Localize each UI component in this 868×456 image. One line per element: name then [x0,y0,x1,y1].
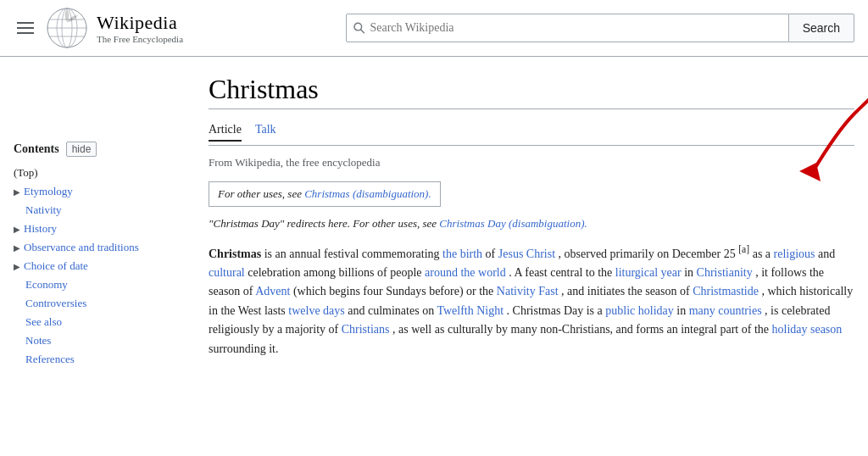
link-christmastide[interactable]: Christmastide [693,285,759,298]
wikipedia-title: Wikipedia [97,12,183,34]
body-text-14: . Christmas Day is a [507,304,606,317]
link-jesus-christ[interactable]: Jesus Christ [498,247,555,260]
toc-link-etymology[interactable]: Etymology [24,185,73,198]
toc-item-etymology: ▶ Etymology [14,182,183,201]
body-text-5: and [818,247,835,260]
body-text-1: is an annual festival commemorating [264,247,442,260]
disambig-link[interactable]: Christmas (disambiguation). [304,187,431,200]
link-religious[interactable]: religious [774,247,815,260]
link-the-birth[interactable]: the birth [442,247,482,260]
link-liturgical-year[interactable]: liturgical year [615,266,682,279]
toc-arrow-observance: ▶ [14,243,20,253]
toc-item-controversies: Controversies [14,294,183,313]
toc-link-controversies[interactable]: Controversies [25,297,86,310]
toc-link-nativity[interactable]: Nativity [25,203,62,217]
toc-link-history[interactable]: History [24,222,57,236]
toc-item-nativity: Nativity [14,201,183,220]
toc-item-choice-of-date: ▶ Choice of date [14,257,183,275]
main-container: Contents hide (Top) ▶ Etymology Nativity… [0,57,868,386]
link-christians[interactable]: Christians [342,323,390,336]
body-text-4: as a [753,247,774,260]
site-header: Wikipedia The Free Encyclopedia Search [0,0,868,57]
toc-link-economy[interactable]: Economy [25,278,68,292]
contents-label: Contents [14,142,59,156]
svg-line-8 [361,30,364,33]
disambig-text-before: For other uses, see [218,187,304,200]
wikipedia-wordmark: Wikipedia The Free Encyclopedia [97,12,183,44]
link-public-holiday[interactable]: public holiday [605,304,674,317]
toc-top-label: (Top) [14,166,38,179]
body-text-8: in [684,266,696,279]
toc-header: Contents hide [14,142,183,157]
search-input[interactable] [370,14,781,42]
disambig-box: For other uses, see Christmas (disambigu… [209,181,441,207]
toc-item-notes: Notes [14,331,183,350]
link-many-countries[interactable]: many countries [689,304,762,317]
header-left: Wikipedia The Free Encyclopedia [14,7,183,49]
article-body: Christmas is an annual festival commemor… [209,242,854,359]
body-text-2: of [486,247,498,260]
article-content: Christmas Article Talk From Wikipedia, t… [209,74,854,369]
body-text-11: , and initiates the season of [561,285,693,298]
link-around-the-world[interactable]: around the world [425,266,506,279]
toc-item-economy: Economy [14,275,183,294]
hamburger-line-3 [17,32,34,34]
link-twelfth-night[interactable]: Twelfth Night [437,304,504,317]
toc-arrow-etymology: ▶ [14,187,20,197]
christmas-bold: Christmas [209,247,261,260]
link-advent[interactable]: Advent [255,285,290,298]
wikipedia-globe-logo [46,7,88,49]
search-icon [353,22,364,34]
link-holiday-season[interactable]: holiday season [772,323,843,336]
hide-toc-button[interactable]: hide [66,142,97,157]
search-area: Search [346,14,854,42]
tab-talk[interactable]: Talk [255,120,276,142]
link-twelve-days[interactable]: twelve days [288,304,344,317]
wikipedia-subtitle: The Free Encyclopedia [97,34,183,44]
toc-link-observance[interactable]: Observance and traditions [24,241,139,254]
toc-link-choice-of-date[interactable]: Choice of date [24,259,88,273]
article-intro-paragraph: Christmas is an annual festival commemor… [209,242,854,359]
disambig-area: For other uses, see Christmas (disambigu… [209,181,854,212]
hamburger-line-2 [17,27,34,29]
body-text-15: in [676,304,688,317]
body-text-3: , observed primarily on December 25 [559,247,736,260]
toc-link-see-also[interactable]: See also [25,315,62,329]
search-button[interactable]: Search [789,14,854,42]
link-cultural[interactable]: cultural [209,266,245,279]
body-text-10: (which begins four Sundays before) or th… [293,285,497,298]
hamburger-menu[interactable] [14,19,37,37]
body-text-18: surrounding it. [209,342,278,355]
disambig-redirect-link[interactable]: Christmas Day (disambiguation). [439,217,587,230]
tab-article[interactable]: Article [209,120,242,142]
toc-item-top: (Top) [14,164,183,182]
toc-list: (Top) ▶ Etymology Nativity ▶ History [14,164,183,369]
article-title: Christmas [209,74,854,109]
toc-link-notes[interactable]: Notes [25,334,51,348]
toc-item-references: References [14,350,183,369]
body-text-7: . A feast central to the [509,266,615,279]
search-box-container [346,14,789,42]
article-tabs: Article Talk [209,120,854,146]
body-text-13: and culminates on [348,304,437,317]
link-nativity-fast[interactable]: Nativity Fast [497,285,559,298]
disambig-redirect-text-before: "Christmas Day" redirects here. For othe… [209,217,439,230]
body-text-6: celebration among billions of people [248,266,425,279]
toc-arrow-choice-of-date: ▶ [14,262,20,271]
sidebar-toc: Contents hide (Top) ▶ Etymology Nativity… [14,142,183,369]
body-text-17: , as well as culturally by many non-Chri… [392,323,772,336]
footnote-a: [a] [738,244,749,255]
toc-item-observance: ▶ Observance and traditions [14,238,183,257]
disambig-redirect: "Christmas Day" redirects here. For othe… [209,217,854,231]
toc-link-references[interactable]: References [25,353,75,366]
hamburger-line-1 [17,22,34,24]
link-christianity[interactable]: Christianity [697,266,753,279]
from-wikipedia-text: From Wikipedia, the free encyclopedia [209,156,854,170]
toc-item-history: ▶ History [14,220,183,238]
toc-arrow-history: ▶ [14,225,20,234]
toc-item-see-also: See also [14,313,183,331]
